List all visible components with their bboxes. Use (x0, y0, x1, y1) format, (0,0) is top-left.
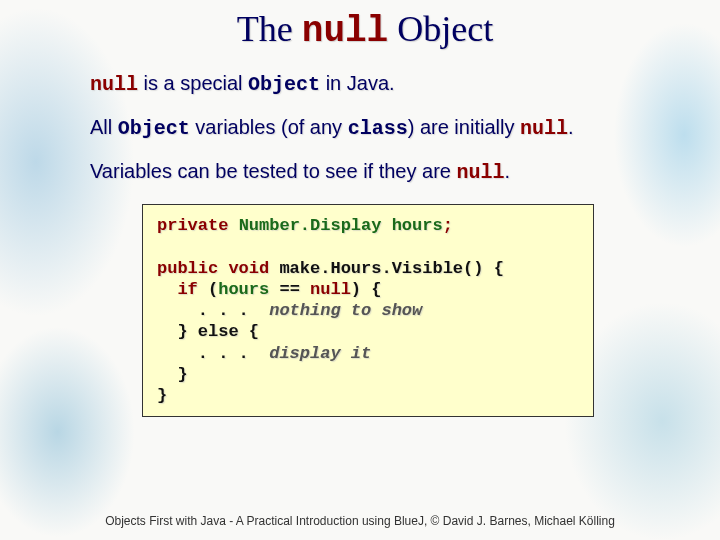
code-box: private Number.Display hours; public voi… (142, 204, 594, 417)
title-pre: The (237, 9, 302, 49)
code-kw-pubvoid: public void (157, 259, 269, 278)
slide-footer: Objects First with Java - A Practical In… (0, 514, 720, 528)
code-kw-private: private (157, 216, 239, 235)
slide-title: The null Object (50, 8, 680, 52)
l1-object: Object (248, 73, 320, 96)
code-type: Number.Display (239, 216, 392, 235)
body-line-3: Variables can be tested to see if they a… (90, 158, 680, 186)
l3-null: null (457, 161, 505, 184)
code-var-hours: hours (392, 216, 443, 235)
code-r4g: ) { (351, 280, 382, 299)
l3-c: . (505, 160, 511, 182)
l3-a: Variables can be tested to see if they a… (90, 160, 457, 182)
code-r4c: ( (198, 280, 218, 299)
code-r3b: make.Hours.Visible() { (269, 259, 504, 278)
l1-d: in Java. (320, 72, 394, 94)
code-cmt-1: nothing to show (269, 301, 422, 320)
l2-c: variables (of any (190, 116, 348, 138)
title-keyword: null (302, 11, 388, 52)
l2-class: class (348, 117, 408, 140)
code-semi: ; (443, 216, 453, 235)
code-r4e: == (269, 280, 310, 299)
code-r6: } else { (157, 322, 259, 341)
code-kw-if: if (177, 280, 197, 299)
code-r4-null: null (310, 280, 351, 299)
code-r5a: . . . (157, 301, 269, 320)
l2-g: . (568, 116, 574, 138)
body-line-1: null is a special Object in Java. (90, 70, 680, 98)
l2-a: All (90, 116, 118, 138)
body-line-2: All Object variables (of any class) are … (90, 114, 680, 142)
code-r7a: . . . (157, 344, 269, 363)
l1-b: is a special (138, 72, 248, 94)
code-r9: } (157, 386, 167, 405)
code-r4-hours: hours (218, 280, 269, 299)
l2-object: Object (118, 117, 190, 140)
l2-e: ) are initially (408, 116, 520, 138)
l2-null: null (520, 117, 568, 140)
slide-content: The null Object null is a special Object… (0, 0, 720, 417)
l1-null: null (90, 73, 138, 96)
code-r4a (157, 280, 177, 299)
code-r8: } (157, 365, 188, 384)
title-post: Object (388, 9, 493, 49)
code-cmt-2: display it (269, 344, 371, 363)
